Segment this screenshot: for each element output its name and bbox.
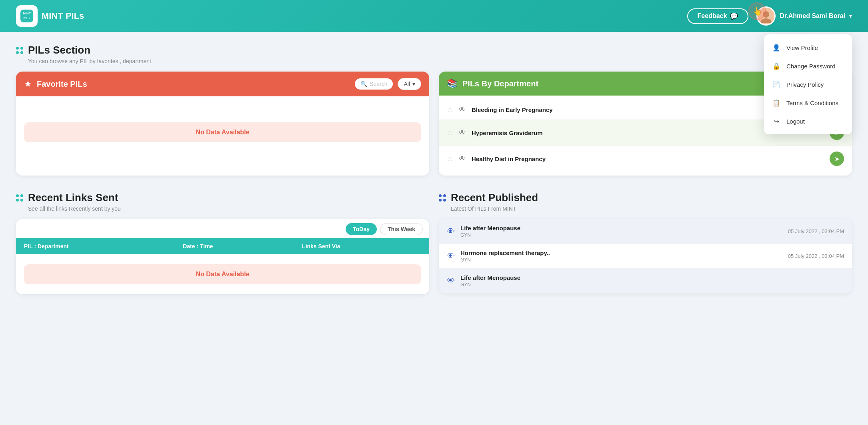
- dropdown-label-privacy-policy: Privacy Policy: [786, 81, 824, 88]
- favorite-search-input[interactable]: 🔍 Search: [355, 78, 393, 90]
- recent-links-title: Recent Links Sent: [28, 192, 118, 204]
- favorite-pils-body: No Data Available: [16, 96, 429, 168]
- recent-links-panel: Recent Links Sent See all the links Rece…: [16, 192, 429, 294]
- tab-today[interactable]: ToDay: [346, 223, 377, 235]
- feedback-button[interactable]: Feedback 💬: [687, 8, 749, 24]
- filter-chevron-icon: ▾: [412, 81, 415, 87]
- pub-title: Life after Menopause: [460, 225, 782, 231]
- logo-icon: MINT PILs: [16, 5, 38, 27]
- search-icon: 🔍: [360, 81, 367, 87]
- feedback-label: Feedback: [698, 12, 727, 20]
- user-dropdown: 👤 View Profile 🔒 Change Password 📄 Priva…: [764, 34, 852, 134]
- svg-text:PILs: PILs: [24, 16, 30, 20]
- section-dots: [439, 194, 446, 202]
- published-item[interactable]: 👁 Life after Menopause GYN: [439, 269, 852, 293]
- pils-section-header: PILs Section You can browse any PIL by f…: [16, 44, 852, 64]
- favorite-pils-panel: ★ Favorite PILs 🔍 Search All ▾ No Data A…: [16, 72, 429, 176]
- tab-thisweek[interactable]: This Week: [380, 223, 423, 235]
- recent-published-header: Recent Published Latest Of PILs From MIN…: [439, 192, 852, 212]
- dropdown-logout[interactable]: ↪ Logout: [764, 112, 852, 130]
- favorite-filter-dropdown[interactable]: All ▾: [398, 78, 421, 90]
- recent-published-subtitle: Latest Of PILs From MINT: [451, 206, 852, 212]
- filter-label: All: [404, 81, 410, 87]
- user-name: Dr.Ahmed Sami Borai: [780, 12, 845, 20]
- published-item[interactable]: 👁 Hormone replacement therapy.. GYN 05 J…: [439, 244, 852, 269]
- header-right: Feedback 💬 👆 Dr.Ahmed Sami Borai ▾ 👤 Vie…: [687, 6, 852, 26]
- eye-icon: 👁: [459, 129, 466, 137]
- pub-date: 05 July 2022 , 03:04 PM: [788, 228, 844, 234]
- user-menu[interactable]: 👆 Dr.Ahmed Sami Borai ▾ 👤 View Profile 🔒…: [756, 6, 852, 26]
- search-placeholder: Search: [370, 81, 387, 87]
- svg-point-4: [760, 18, 772, 23]
- col-pil-dept: PIL : Department: [24, 243, 183, 249]
- star-icon: ☆: [447, 128, 453, 137]
- dot: [16, 47, 19, 50]
- dropdown-view-profile[interactable]: 👤 View Profile: [764, 38, 852, 57]
- dot: [16, 51, 19, 54]
- tabs-area: ToDay This Week: [16, 219, 429, 235]
- recent-links-table: ToDay This Week PIL : Department Date : …: [16, 219, 429, 294]
- dropdown-label-terms-conditions: Terms & Conditions: [786, 100, 838, 106]
- published-item[interactable]: 👁 Life after Menopause GYN 05 July 2022 …: [439, 219, 852, 244]
- dropdown-terms-conditions[interactable]: 📋 Terms & Conditions: [764, 94, 852, 112]
- privacy-icon: 📄: [772, 80, 781, 89]
- dot: [16, 194, 19, 197]
- pil-name: Healthy Diet in Pregnancy: [472, 156, 824, 162]
- eye-icon: 👁: [447, 227, 455, 236]
- svg-text:MINT: MINT: [23, 12, 31, 15]
- dropdown-change-password[interactable]: 🔒 Change Password: [764, 57, 852, 75]
- dot: [20, 51, 23, 54]
- pub-dept: GYN: [460, 257, 782, 263]
- table-body: No Data Available: [16, 254, 429, 294]
- pils-section-title: PILs Section: [28, 44, 90, 56]
- eye-icon: 👁: [447, 251, 455, 261]
- dropdown-label-change-password: Change Password: [786, 63, 836, 70]
- favorite-no-data: No Data Available: [24, 122, 421, 142]
- pils-section-subtitle: You can browse any PIL by favorites , de…: [28, 58, 852, 64]
- pub-info: Hormone replacement therapy.. GYN: [460, 249, 782, 263]
- dot: [20, 194, 23, 197]
- dot: [20, 199, 23, 202]
- eye-icon: 👁: [459, 155, 466, 163]
- section-dots: [16, 47, 23, 54]
- dot: [439, 194, 442, 197]
- terms-icon: 📋: [772, 98, 781, 107]
- svg-point-3: [763, 11, 769, 18]
- favorite-pils-header: ★ Favorite PILs 🔍 Search All ▾: [16, 72, 429, 96]
- pub-title: Life after Menopause: [460, 274, 838, 281]
- avatar: [756, 6, 776, 26]
- profile-icon: 👤: [772, 43, 781, 52]
- dropdown-label-logout: Logout: [786, 118, 805, 125]
- star-icon: ☆: [447, 154, 453, 163]
- eye-icon: 👁: [447, 276, 455, 285]
- dot: [443, 194, 446, 197]
- dot: [443, 199, 446, 202]
- table-header-row: PIL : Department Date : Time Links Sent …: [16, 238, 429, 254]
- dropdown-privacy-policy[interactable]: 📄 Privacy Policy: [764, 75, 852, 94]
- dropdown-label-view-profile: View Profile: [786, 44, 818, 51]
- published-list: 👁 Life after Menopause GYN 05 July 2022 …: [439, 219, 852, 293]
- recent-published-panel: Recent Published Latest Of PILs From MIN…: [439, 192, 852, 294]
- top-panels: ★ Favorite PILs 🔍 Search All ▾ No Data A…: [16, 72, 852, 176]
- pub-dept: GYN: [460, 232, 782, 238]
- recent-links-subtitle: See all the links Recently sent by you: [28, 206, 429, 212]
- logo-area: MINT PILs MINT PILs: [16, 5, 84, 27]
- col-links-via: Links Sent Via: [302, 243, 421, 249]
- send-button[interactable]: ➤: [830, 152, 844, 166]
- pil-list-item[interactable]: ☆ 👁 Healthy Diet in Pregnancy ➤: [439, 146, 852, 172]
- dot: [20, 47, 23, 50]
- books-icon: 📚: [447, 78, 458, 89]
- dot: [16, 199, 19, 202]
- pub-info: Life after Menopause GYN: [460, 225, 782, 238]
- recent-links-header: Recent Links Sent See all the links Rece…: [16, 192, 429, 212]
- col-date-time: Date : Time: [183, 243, 302, 249]
- bottom-panels: Recent Links Sent See all the links Rece…: [16, 192, 852, 294]
- logo-text: MINT PILs: [42, 11, 84, 21]
- chevron-down-icon: ▾: [849, 13, 852, 19]
- lock-icon: 🔒: [772, 62, 781, 70]
- department-pils-title: PILs By Department: [462, 79, 807, 88]
- pub-title: Hormone replacement therapy..: [460, 249, 782, 256]
- feedback-icon: 💬: [730, 12, 738, 20]
- pub-date: 05 July 2022 , 03:04 PM: [788, 253, 844, 259]
- published-list-container: 👁 Life after Menopause GYN 05 July 2022 …: [439, 219, 852, 293]
